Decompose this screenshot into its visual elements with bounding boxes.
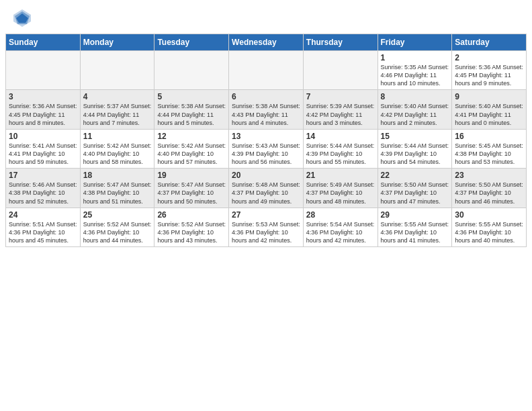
day-number: 23: [455, 171, 523, 180]
day-info: Sunrise: 5:42 AM Sunset: 4:40 PM Dayligh…: [83, 142, 152, 166]
day-info: Sunrise: 5:40 AM Sunset: 4:41 PM Dayligh…: [455, 102, 523, 126]
day-info: Sunrise: 5:47 AM Sunset: 4:37 PM Dayligh…: [157, 181, 226, 205]
calendar-cell: 7Sunrise: 5:39 AM Sunset: 4:42 PM Daylig…: [303, 90, 378, 129]
day-info: Sunrise: 5:41 AM Sunset: 4:41 PM Dayligh…: [9, 142, 77, 166]
day-info: Sunrise: 5:43 AM Sunset: 4:39 PM Dayligh…: [232, 142, 300, 166]
day-info: Sunrise: 5:46 AM Sunset: 4:38 PM Dayligh…: [9, 181, 77, 205]
day-info: Sunrise: 5:42 AM Sunset: 4:40 PM Dayligh…: [157, 142, 226, 166]
day-info: Sunrise: 5:51 AM Sunset: 4:36 PM Dayligh…: [9, 220, 77, 244]
day-number: 3: [9, 92, 77, 101]
day-info: Sunrise: 5:55 AM Sunset: 4:36 PM Dayligh…: [455, 220, 523, 244]
day-number: 18: [83, 171, 152, 180]
day-number: 4: [83, 92, 152, 101]
day-number: 27: [232, 210, 300, 220]
calendar-cell: 17Sunrise: 5:46 AM Sunset: 4:38 PM Dayli…: [6, 169, 81, 208]
day-number: 12: [157, 132, 226, 141]
day-info: Sunrise: 5:39 AM Sunset: 4:42 PM Dayligh…: [306, 102, 375, 126]
day-number: 15: [381, 132, 449, 141]
calendar-cell: 9Sunrise: 5:40 AM Sunset: 4:41 PM Daylig…: [452, 90, 527, 129]
day-info: Sunrise: 5:36 AM Sunset: 4:45 PM Dayligh…: [9, 102, 77, 126]
day-number: 6: [232, 92, 300, 101]
calendar-cell: 23Sunrise: 5:50 AM Sunset: 4:37 PM Dayli…: [452, 169, 527, 208]
calendar-cell: 22Sunrise: 5:50 AM Sunset: 4:37 PM Dayli…: [378, 169, 452, 208]
calendar-wrapper: SundayMondayTuesdayWednesdayThursdayFrid…: [0, 34, 532, 253]
calendar-cell: 28Sunrise: 5:54 AM Sunset: 4:36 PM Dayli…: [303, 208, 378, 246]
calendar-cell: 3Sunrise: 5:36 AM Sunset: 4:45 PM Daylig…: [6, 90, 81, 129]
day-number: 28: [306, 210, 375, 220]
day-number: 29: [381, 210, 449, 220]
calendar-cell: 4Sunrise: 5:37 AM Sunset: 4:44 PM Daylig…: [80, 90, 154, 129]
day-info: Sunrise: 5:54 AM Sunset: 4:36 PM Dayligh…: [306, 220, 375, 244]
calendar-cell: [303, 51, 378, 90]
calendar-table: SundayMondayTuesdayWednesdayThursdayFrid…: [5, 34, 527, 247]
day-info: Sunrise: 5:49 AM Sunset: 4:37 PM Dayligh…: [306, 181, 375, 205]
col-header-wednesday: Wednesday: [229, 34, 304, 51]
calendar-cell: 15Sunrise: 5:44 AM Sunset: 4:39 PM Dayli…: [378, 129, 452, 168]
calendar-cell: 18Sunrise: 5:47 AM Sunset: 4:38 PM Dayli…: [80, 169, 154, 208]
day-info: Sunrise: 5:40 AM Sunset: 4:42 PM Dayligh…: [381, 102, 449, 126]
calendar-cell: [80, 51, 154, 90]
calendar-cell: 26Sunrise: 5:52 AM Sunset: 4:36 PM Dayli…: [154, 208, 229, 246]
day-info: Sunrise: 5:55 AM Sunset: 4:36 PM Dayligh…: [381, 220, 449, 244]
col-header-saturday: Saturday: [452, 34, 527, 51]
day-info: Sunrise: 5:52 AM Sunset: 4:36 PM Dayligh…: [157, 220, 226, 244]
day-info: Sunrise: 5:52 AM Sunset: 4:36 PM Dayligh…: [83, 220, 152, 244]
logo-icon: [12, 8, 32, 28]
col-header-monday: Monday: [80, 34, 154, 51]
day-info: Sunrise: 5:53 AM Sunset: 4:36 PM Dayligh…: [232, 220, 300, 244]
calendar-cell: 29Sunrise: 5:55 AM Sunset: 4:36 PM Dayli…: [378, 208, 452, 246]
calendar-cell: 12Sunrise: 5:42 AM Sunset: 4:40 PM Dayli…: [154, 129, 229, 168]
calendar-cell: 30Sunrise: 5:55 AM Sunset: 4:36 PM Dayli…: [452, 208, 527, 246]
logo: [11, 8, 32, 28]
day-info: Sunrise: 5:44 AM Sunset: 4:39 PM Dayligh…: [306, 142, 375, 166]
calendar-cell: 25Sunrise: 5:52 AM Sunset: 4:36 PM Dayli…: [80, 208, 154, 246]
calendar-cell: 20Sunrise: 5:48 AM Sunset: 4:37 PM Dayli…: [229, 169, 304, 208]
calendar-cell: 5Sunrise: 5:38 AM Sunset: 4:44 PM Daylig…: [154, 90, 229, 129]
day-info: Sunrise: 5:37 AM Sunset: 4:44 PM Dayligh…: [83, 102, 152, 126]
day-number: 26: [157, 210, 226, 220]
calendar-cell: 21Sunrise: 5:49 AM Sunset: 4:37 PM Dayli…: [303, 169, 378, 208]
day-info: Sunrise: 5:38 AM Sunset: 4:44 PM Dayligh…: [157, 102, 226, 126]
calendar-cell: 19Sunrise: 5:47 AM Sunset: 4:37 PM Dayli…: [154, 169, 229, 208]
calendar-cell: 6Sunrise: 5:38 AM Sunset: 4:43 PM Daylig…: [229, 90, 304, 129]
calendar-cell: 11Sunrise: 5:42 AM Sunset: 4:40 PM Dayli…: [80, 129, 154, 168]
day-number: 24: [9, 210, 77, 220]
calendar-cell: [229, 51, 304, 90]
day-info: Sunrise: 5:48 AM Sunset: 4:37 PM Dayligh…: [232, 181, 300, 205]
day-number: 14: [306, 132, 375, 141]
day-number: 17: [9, 171, 77, 180]
day-number: 19: [157, 171, 226, 180]
day-number: 7: [306, 92, 375, 101]
col-header-sunday: Sunday: [6, 34, 81, 51]
day-number: 10: [9, 132, 77, 141]
day-number: 5: [157, 92, 226, 101]
calendar-cell: [6, 51, 81, 90]
day-number: 30: [455, 210, 523, 220]
day-info: Sunrise: 5:35 AM Sunset: 4:46 PM Dayligh…: [381, 63, 449, 87]
day-info: Sunrise: 5:38 AM Sunset: 4:43 PM Dayligh…: [232, 102, 300, 126]
calendar-cell: 24Sunrise: 5:51 AM Sunset: 4:36 PM Dayli…: [6, 208, 81, 246]
calendar-cell: 14Sunrise: 5:44 AM Sunset: 4:39 PM Dayli…: [303, 129, 378, 168]
calendar-cell: 2Sunrise: 5:36 AM Sunset: 4:45 PM Daylig…: [452, 51, 527, 90]
day-info: Sunrise: 5:45 AM Sunset: 4:38 PM Dayligh…: [455, 142, 523, 166]
day-number: 1: [381, 53, 449, 62]
day-number: 25: [83, 210, 152, 220]
calendar-cell: 13Sunrise: 5:43 AM Sunset: 4:39 PM Dayli…: [229, 129, 304, 168]
col-header-friday: Friday: [378, 34, 452, 51]
day-info: Sunrise: 5:47 AM Sunset: 4:38 PM Dayligh…: [83, 181, 152, 205]
day-info: Sunrise: 5:44 AM Sunset: 4:39 PM Dayligh…: [381, 142, 449, 166]
calendar-cell: 1Sunrise: 5:35 AM Sunset: 4:46 PM Daylig…: [378, 51, 452, 90]
day-info: Sunrise: 5:36 AM Sunset: 4:45 PM Dayligh…: [455, 63, 523, 87]
calendar-cell: 16Sunrise: 5:45 AM Sunset: 4:38 PM Dayli…: [452, 129, 527, 168]
day-number: 11: [83, 132, 152, 141]
day-number: 8: [381, 92, 449, 101]
day-number: 22: [381, 171, 449, 180]
day-number: 2: [455, 53, 523, 62]
calendar-cell: 10Sunrise: 5:41 AM Sunset: 4:41 PM Dayli…: [6, 129, 81, 168]
col-header-thursday: Thursday: [303, 34, 378, 51]
col-header-tuesday: Tuesday: [154, 34, 229, 51]
page-header: [0, 0, 532, 34]
day-number: 9: [455, 92, 523, 101]
day-number: 13: [232, 132, 300, 141]
day-info: Sunrise: 5:50 AM Sunset: 4:37 PM Dayligh…: [381, 181, 449, 205]
